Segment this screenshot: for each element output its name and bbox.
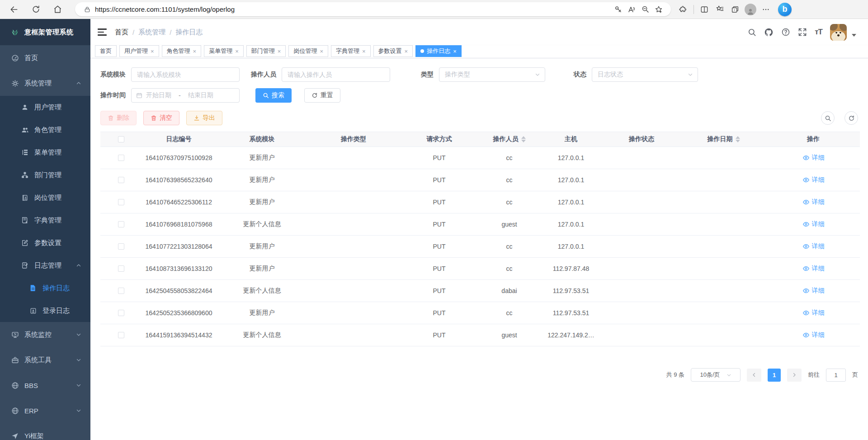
detail-link[interactable]: 详细 xyxy=(802,309,825,317)
app-logo[interactable]: 意框架管理系统 xyxy=(0,19,90,45)
module-input[interactable] xyxy=(131,67,240,82)
zoom-out-icon[interactable] xyxy=(638,3,652,16)
tab-dept-mgmt[interactable]: 部门管理× xyxy=(246,45,286,57)
date-range-picker[interactable]: 开始日期 - 结束日期 xyxy=(131,88,240,103)
next-page-button[interactable] xyxy=(787,369,802,382)
sidebar-toggle-icon[interactable] xyxy=(98,28,107,36)
tab-user-mgmt[interactable]: 用户管理× xyxy=(119,45,159,57)
help-icon[interactable] xyxy=(781,28,790,37)
sidebar-item-monitor[interactable]: 系统监控 xyxy=(0,322,90,347)
close-icon[interactable]: × xyxy=(405,48,408,55)
row-checkbox[interactable] xyxy=(118,177,124,183)
detail-link[interactable]: 详细 xyxy=(802,154,825,162)
row-checkbox[interactable] xyxy=(118,199,124,205)
row-checkbox[interactable] xyxy=(118,155,124,161)
detail-link[interactable]: 详细 xyxy=(802,265,825,273)
search-icon[interactable] xyxy=(748,28,756,37)
tab-home[interactable]: 首页 xyxy=(95,45,117,57)
detail-link[interactable]: 详细 xyxy=(802,198,825,206)
detail-link[interactable]: 详细 xyxy=(802,331,825,339)
table-refresh-icon[interactable] xyxy=(844,111,858,125)
sidebar-item-departments[interactable]: 部门管理 xyxy=(0,164,90,186)
sidebar-item-dictionary[interactable]: 字典管理 xyxy=(0,209,90,232)
clear-button[interactable]: 清空 xyxy=(143,111,179,125)
key-icon[interactable] xyxy=(611,3,625,16)
page-number-1[interactable]: 1 xyxy=(768,369,781,382)
bing-chat-icon[interactable]: b xyxy=(778,3,792,16)
type-select[interactable]: 操作类型 xyxy=(439,67,545,82)
url-text[interactable]: https://ccnetcore.com:1101/system/log/op… xyxy=(95,5,611,13)
profile-icon[interactable] xyxy=(743,2,758,17)
collections-icon[interactable] xyxy=(727,2,743,17)
breadcrumb-system[interactable]: 系统管理 xyxy=(138,28,165,37)
operator-input[interactable] xyxy=(282,67,390,82)
font-size-icon[interactable]: тT xyxy=(815,28,822,37)
read-aloud-icon[interactable] xyxy=(625,3,638,16)
favorites-bar-icon[interactable] xyxy=(712,2,727,17)
close-icon[interactable]: × xyxy=(362,48,366,55)
tab-post-mgmt[interactable]: 岗位管理× xyxy=(288,45,328,57)
sidebar-item-parameters[interactable]: 参数设置 xyxy=(0,232,90,254)
sidebar-item-posts[interactable]: 岗位管理 xyxy=(0,186,90,209)
table-search-icon[interactable] xyxy=(821,111,835,125)
row-checkbox[interactable] xyxy=(118,332,124,338)
detail-link[interactable]: 详细 xyxy=(802,176,825,184)
user-avatar[interactable] xyxy=(830,24,847,41)
sidebar-item-bbs[interactable]: BBS xyxy=(0,373,90,398)
sidebar-item-tools[interactable]: 系统工具 xyxy=(0,347,90,373)
goto-page-input[interactable] xyxy=(826,369,846,382)
row-checkbox[interactable] xyxy=(118,265,124,272)
sort-icon[interactable] xyxy=(736,136,740,142)
prev-page-button[interactable] xyxy=(747,369,761,382)
page-size-select[interactable]: 10条/页 xyxy=(691,368,741,382)
close-icon[interactable]: × xyxy=(193,48,197,55)
fullscreen-icon[interactable] xyxy=(798,28,807,37)
sort-icon[interactable] xyxy=(521,136,526,142)
refresh-icon[interactable] xyxy=(28,2,43,17)
home-icon[interactable] xyxy=(50,2,65,17)
sidebar-item-menus[interactable]: 菜单管理 xyxy=(0,141,90,164)
more-icon[interactable] xyxy=(758,2,774,17)
detail-link[interactable]: 详细 xyxy=(802,220,825,228)
select-all-checkbox[interactable] xyxy=(118,136,124,142)
close-icon[interactable]: × xyxy=(320,48,323,55)
status-select[interactable]: 日志状态 xyxy=(592,67,698,82)
detail-link[interactable]: 详细 xyxy=(802,287,825,295)
split-screen-icon[interactable] xyxy=(697,2,712,17)
tab-operation-log[interactable]: 操作日志× xyxy=(415,45,462,57)
row-checkbox[interactable] xyxy=(118,243,124,250)
avatar-caret-icon[interactable] xyxy=(852,34,856,37)
sidebar-item-login-log[interactable]: 登录日志 xyxy=(0,299,90,322)
tab-param-settings[interactable]: 参数设置× xyxy=(373,45,413,57)
row-checkbox[interactable] xyxy=(118,221,124,227)
row-checkbox[interactable] xyxy=(118,310,124,316)
close-icon[interactable]: × xyxy=(235,48,239,55)
favorite-add-icon[interactable] xyxy=(652,3,665,16)
reset-button[interactable]: 重置 xyxy=(304,88,340,103)
row-checkbox[interactable] xyxy=(118,288,124,294)
sidebar-item-erp[interactable]: ERP xyxy=(0,398,90,423)
close-icon[interactable]: × xyxy=(151,48,154,55)
sidebar-item-roles[interactable]: 角色管理 xyxy=(0,118,90,141)
column-header-date[interactable]: 操作日期 xyxy=(680,132,767,147)
close-icon[interactable]: × xyxy=(278,48,281,55)
sidebar-item-home[interactable]: 首页 xyxy=(0,45,90,71)
search-button[interactable]: 搜索 xyxy=(255,88,292,103)
detail-link[interactable]: 详细 xyxy=(802,242,825,251)
address-bar[interactable]: https://ccnetcore.com:1101/system/log/op… xyxy=(75,2,671,16)
sidebar-item-yi-framework[interactable]: Yi框架 xyxy=(0,423,90,440)
sidebar-item-users[interactable]: 用户管理 xyxy=(0,96,90,118)
github-icon[interactable] xyxy=(764,28,774,37)
export-button[interactable]: 导出 xyxy=(186,111,222,125)
breadcrumb-home[interactable]: 首页 xyxy=(115,28,128,37)
back-icon[interactable] xyxy=(6,2,22,17)
sidebar-item-logs[interactable]: 日志管理 xyxy=(0,254,90,277)
column-header-operator[interactable]: 操作人员 xyxy=(479,132,539,147)
sidebar-item-system[interactable]: 系统管理 xyxy=(0,71,90,96)
sidebar-item-operation-log[interactable]: 操作日志 xyxy=(0,277,90,299)
tab-role-mgmt[interactable]: 角色管理× xyxy=(162,45,202,57)
tab-dict-mgmt[interactable]: 字典管理× xyxy=(331,45,371,57)
extensions-icon[interactable] xyxy=(675,2,691,17)
tab-menu-mgmt[interactable]: 菜单管理× xyxy=(204,45,244,57)
delete-button[interactable]: 删除 xyxy=(100,111,137,125)
